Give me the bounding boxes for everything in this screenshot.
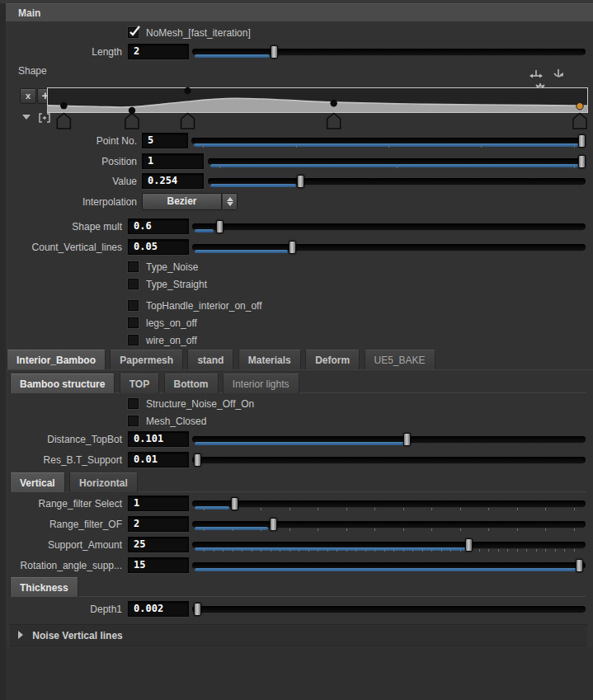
slider-handle[interactable] — [465, 538, 473, 552]
slider-handle[interactable] — [271, 45, 278, 59]
slider-handle[interactable] — [576, 559, 583, 572]
type-straight-checkbox[interactable] — [128, 279, 139, 289]
tab-papermesh[interactable]: Papermesh — [110, 350, 183, 369]
ramp-point[interactable] — [60, 102, 67, 109]
tab-bottom[interactable]: Bottom — [164, 373, 219, 393]
slider-track[interactable] — [191, 138, 586, 144]
slider-track[interactable] — [192, 500, 586, 507]
tab-thickness[interactable]: Thickness — [10, 577, 78, 597]
ramp-curve-editor[interactable] — [47, 87, 588, 134]
range-filter-select-field[interactable]: 1 — [128, 496, 189, 511]
interpolation-spinner[interactable] — [222, 193, 238, 210]
tophandle-checkbox[interactable] — [128, 300, 139, 311]
ramp-options-dropdown-icon[interactable] — [22, 115, 31, 120]
tab-materials[interactable]: Materials — [238, 350, 301, 369]
slider-handle[interactable] — [231, 497, 238, 510]
value-field[interactable]: 0.254 — [142, 173, 204, 189]
range-filter-of-field[interactable]: 2 — [128, 516, 189, 532]
point-no-label: Point No. — [0, 135, 137, 147]
ramp-point-handle[interactable] — [327, 114, 341, 129]
slider-track[interactable] — [192, 562, 586, 569]
depth1-field[interactable]: 0.002 — [128, 601, 189, 617]
length-field[interactable]: 2 — [128, 44, 189, 59]
noise-vertical-lines-section[interactable]: Noise Vertical lines — [10, 624, 587, 646]
support-amount-slider[interactable] — [192, 538, 586, 552]
slider-track[interactable] — [192, 606, 586, 613]
slider-track[interactable] — [208, 178, 586, 185]
ramp-point[interactable] — [184, 87, 191, 94]
rotation-angle-field[interactable]: 15 — [128, 557, 189, 573]
interpolation-select[interactable]: Bezier — [142, 193, 222, 210]
slider-handle[interactable] — [194, 603, 201, 616]
legs-checkbox[interactable] — [128, 317, 139, 328]
structure-noise-checkbox[interactable] — [128, 398, 139, 409]
tab-top[interactable]: TOP — [120, 373, 159, 393]
support-amount-field[interactable]: 25 — [128, 537, 189, 552]
rotation-angle-slider[interactable] — [192, 558, 586, 573]
slider-handle[interactable] — [297, 175, 304, 188]
count-vertical-lines-field[interactable]: 0.05 — [128, 239, 189, 255]
tab-deform[interactable]: Deform — [305, 350, 360, 369]
slider-handle[interactable] — [216, 220, 224, 233]
point-no-slider[interactable] — [191, 134, 586, 148]
slider-handle[interactable] — [578, 134, 586, 148]
pan-vertical-icon[interactable] — [551, 67, 566, 82]
mesh-closed-checkbox[interactable] — [128, 416, 139, 426]
ramp-point-handle-selected[interactable] — [573, 114, 586, 129]
range-filter-select-label: Range_filter Select — [0, 498, 122, 510]
slider-handle[interactable] — [578, 155, 586, 168]
tab-vertical[interactable]: Vertical — [10, 472, 65, 492]
ramp-toolbar — [529, 67, 588, 82]
ramp-point-handle[interactable] — [181, 114, 195, 129]
slider-tick — [355, 549, 356, 552]
tab-bamboo-structure[interactable]: Bamboo structure — [10, 373, 115, 393]
ramp-point[interactable] — [129, 107, 135, 114]
ramp-point[interactable] — [330, 100, 337, 106]
slider-fill — [195, 568, 581, 571]
slider-handle[interactable] — [403, 433, 411, 446]
position-field[interactable]: 1 — [142, 153, 204, 169]
shape-mult-slider[interactable] — [192, 219, 586, 234]
wire-checkbox[interactable] — [128, 335, 139, 345]
res-bt-support-slider[interactable] — [192, 453, 586, 467]
ramp-point-selected[interactable] — [577, 103, 583, 110]
point-no-field[interactable]: 5 — [142, 133, 188, 148]
ramp-point-handle[interactable] — [57, 114, 70, 129]
range-filter-select-slider[interactable] — [192, 496, 586, 511]
count-vertical-lines-slider[interactable] — [192, 240, 586, 255]
tophandle-label: TopHandle_interior_on_off — [146, 300, 262, 312]
ramp-point-handle[interactable] — [125, 114, 139, 129]
tophandle-row: TopHandle_interior_on_off — [0, 300, 593, 317]
tab-stand[interactable]: stand — [187, 350, 233, 369]
tab-horizontal[interactable]: Horizontal — [69, 472, 138, 492]
tab-interior-bamboo[interactable]: Interior_Bamboo — [7, 350, 106, 369]
slider-track[interactable] — [192, 542, 586, 548]
length-slider[interactable] — [192, 45, 586, 59]
type-noise-checkbox[interactable] — [128, 261, 139, 272]
res-bt-support-field[interactable]: 0.01 — [128, 452, 189, 467]
shape-mult-field[interactable]: 0.6 — [128, 218, 189, 234]
pan-horizontal-icon[interactable] — [529, 67, 544, 82]
tab-ue5-bake[interactable]: UE5_BAKE — [365, 350, 435, 369]
slider-track[interactable] — [192, 457, 586, 463]
slider-track[interactable] — [192, 521, 586, 528]
slider-handle[interactable] — [270, 518, 277, 531]
nomesh-checkbox[interactable] — [128, 27, 139, 38]
ramp-delete-point-button[interactable]: x — [20, 88, 36, 104]
distance-topbot-slider[interactable] — [192, 432, 586, 447]
value-slider[interactable] — [208, 174, 586, 189]
depth1-slider[interactable] — [192, 602, 586, 617]
support-amount-row: Support_Amount 25 — [0, 537, 593, 553]
slider-track[interactable] — [192, 436, 586, 443]
main-folder-header[interactable]: Main — [6, 3, 593, 21]
slider-handle[interactable] — [194, 453, 201, 467]
tab-interior-lights[interactable]: Interior lights — [223, 373, 299, 393]
slider-track[interactable] — [192, 49, 586, 55]
slider-track[interactable] — [192, 244, 586, 251]
position-slider[interactable] — [208, 154, 586, 169]
slider-track[interactable] — [208, 158, 586, 165]
slider-handle[interactable] — [289, 241, 296, 254]
range-filter-of-slider[interactable] — [192, 517, 586, 532]
slider-track[interactable] — [192, 223, 586, 230]
distance-topbot-field[interactable]: 0.101 — [128, 431, 189, 447]
